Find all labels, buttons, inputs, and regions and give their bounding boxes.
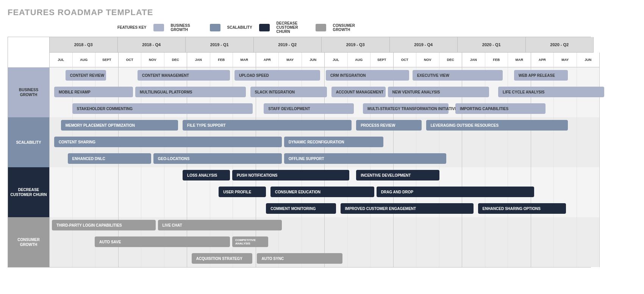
- legend-item-label: CONSUMER GROWTH: [333, 23, 365, 32]
- feature-bar[interactable]: STAKEHOLDER COMMENTING: [72, 103, 253, 114]
- legend-swatch: [153, 24, 164, 31]
- month-cell: JUN: [302, 53, 325, 67]
- month-header-row: JULAUGSEPTOCTNOVDECJANFEBMARAPRMAYJUNJUL…: [50, 53, 591, 67]
- legend-swatch: [316, 24, 326, 31]
- legend-item-label: DECREASE CUSTOMER CHURN: [277, 21, 309, 34]
- month-cell: JAN: [187, 53, 210, 67]
- category-label: SCALABILITY: [8, 117, 49, 167]
- feature-bar[interactable]: UPLOAD SPEED: [234, 70, 320, 81]
- month-cell: FEB: [210, 53, 233, 67]
- feature-bar[interactable]: INCENTIVE DEVELOPMENT: [356, 170, 439, 180]
- month-cell: MAY: [279, 53, 302, 67]
- feature-bar[interactable]: ENHANCED SHARING OPTIONS: [478, 203, 566, 214]
- category-label: DECREASE CUSTOMER CHURN: [8, 167, 49, 217]
- lane-row: MEMORY PLACEMENT OPTIMIZATIONFILE TYPE S…: [50, 117, 591, 134]
- quarter-cell: 2018 - Q3: [50, 37, 118, 53]
- month-cell: JAN: [462, 53, 485, 67]
- feature-bar[interactable]: ACCOUNT MANAGEMENT: [331, 87, 386, 97]
- month-cell: MAR: [508, 53, 531, 67]
- feature-bar[interactable]: LIVE CHAT: [158, 220, 282, 230]
- quarter-cell: 2019 - Q4: [390, 37, 458, 53]
- lane-row: CONTENT SHARINGDYNAMIC RECONFIGURATION: [50, 134, 591, 151]
- lane-row: USER PROFILECONSUMER EDUCATIONDRAG AND D…: [50, 184, 591, 201]
- feature-bar[interactable]: CONTENT SHARING: [54, 137, 282, 147]
- month-cell: NOV: [416, 53, 439, 67]
- legend-swatch: [210, 24, 220, 31]
- quarter-header-row: 2018 - Q32018 - Q42019 - Q12019 - Q22019…: [50, 37, 591, 53]
- month-cell: OCT: [394, 53, 417, 67]
- month-cell: SEPT: [370, 53, 394, 67]
- feature-bar[interactable]: THIRD-PARTY LOGIN CAPABILITIES: [52, 220, 156, 230]
- page-title: FEATURES ROADMAP TEMPLATE: [8, 8, 591, 17]
- feature-bar[interactable]: WEB APP RELEASE: [514, 70, 568, 81]
- quarter-cell: 2019 - Q1: [186, 37, 254, 53]
- month-cell: JUL: [325, 53, 348, 67]
- lane-row: COMMENT MONITORINGIMPROVED CUSTOMER ENGA…: [50, 201, 591, 217]
- feature-bar[interactable]: DYNAMIC RECONFIGURATION: [284, 137, 383, 147]
- feature-bar[interactable]: AUTO SYNC: [257, 253, 342, 264]
- feature-bar[interactable]: FILE TYPE SUPPORT: [183, 120, 352, 131]
- month-cell: SEPT: [95, 53, 119, 67]
- month-cell: MAR: [233, 53, 256, 67]
- legend-key-label: FEATURES KEY: [117, 25, 147, 30]
- feature-bar[interactable]: STAFF DEVELOPMENT: [264, 103, 354, 114]
- feature-bar[interactable]: USER PROFILE: [219, 187, 266, 197]
- month-cell: MAY: [554, 53, 577, 67]
- feature-bar[interactable]: ENHANCED DNLC: [68, 153, 151, 164]
- legend-item-label: SCALABILITY: [227, 25, 252, 30]
- feature-bar[interactable]: NEW VENTURE ANALYSIS: [388, 87, 489, 97]
- month-cell: FEB: [485, 53, 508, 67]
- feature-bar[interactable]: MULTILINGUAL PLATFORMS: [135, 87, 246, 97]
- lane-row: LOSS ANALYSISPUSH NOTIFICATIONSINCENTIVE…: [50, 167, 591, 184]
- feature-bar[interactable]: MEMORY PLACEMENT OPTIMIZATION: [61, 120, 178, 131]
- feature-bar[interactable]: IMPORTING CAPABILITIES: [455, 103, 546, 114]
- feature-bar[interactable]: MULTI-STRATEGY TRANSFORMATION INITIATIVE…: [363, 103, 449, 114]
- feature-bar[interactable]: PROCESS REVIEW: [356, 120, 422, 131]
- month-cell: JUN: [577, 53, 600, 67]
- feature-bar[interactable]: CONSUMER EDUCATION: [270, 187, 374, 197]
- lane-row: ENHANCED DNLCGEO-LOCATIONSOFFLINE SUPPOR…: [50, 151, 591, 167]
- quarter-cell: 2018 - Q4: [118, 37, 186, 53]
- feature-bar[interactable]: IMPROVED CUSTOMER ENGAGEMENT: [341, 203, 474, 214]
- swimlanes: CONTENT REVIEWCONTENT MANAGEMENTUPLOAD S…: [50, 67, 591, 267]
- feature-bar[interactable]: LEVERAGING OUTSIDE RESOURCES: [426, 120, 568, 131]
- lane-row: THIRD-PARTY LOGIN CAPABILITIESLIVE CHAT: [50, 217, 591, 234]
- feature-bar[interactable]: SLACK INTEGRATION: [250, 87, 327, 97]
- feature-bar[interactable]: COMMENT MONITORING: [266, 203, 336, 214]
- feature-bar[interactable]: AUTO SAVE: [95, 236, 230, 247]
- month-cell: NOV: [141, 53, 164, 67]
- month-cell: AUG: [73, 53, 96, 67]
- feature-bar[interactable]: EXECUTIVE VIEW: [413, 70, 503, 81]
- lane-row: STAKEHOLDER COMMENTINGSTAFF DEVELOPMENTM…: [50, 101, 591, 117]
- lane-row: AUTO SAVECOMPETITIVE ANALYSIS: [50, 234, 591, 250]
- feature-bar[interactable]: COMPETITIVE ANALYSIS: [232, 236, 268, 247]
- feature-bar[interactable]: PUSH NOTIFICATIONS: [232, 170, 349, 180]
- feature-bar[interactable]: CONTENT REVIEW: [66, 70, 106, 81]
- legend-swatch: [259, 24, 270, 31]
- month-cell: DEC: [439, 53, 463, 67]
- legend-item-label: BUSINESS GROWTH: [171, 23, 203, 32]
- month-cell: APR: [531, 53, 554, 67]
- quarter-cell: 2019 - Q3: [322, 37, 390, 53]
- feature-bar[interactable]: OFFLINE SUPPORT: [284, 153, 446, 164]
- feature-bar[interactable]: LIFE CYCLE ANALYSIS: [498, 87, 604, 97]
- category-label: BUSINESS GROWTH: [8, 67, 49, 117]
- month-cell: OCT: [119, 53, 142, 67]
- month-cell: AUG: [348, 53, 371, 67]
- month-cell: DEC: [164, 53, 188, 67]
- legend: FEATURES KEY BUSINESS GROWTHSCALABILITYD…: [117, 21, 591, 34]
- feature-bar[interactable]: LOSS ANALYSIS: [183, 170, 230, 180]
- feature-bar[interactable]: DRAG AND DROP: [377, 187, 535, 197]
- feature-bar[interactable]: ACQUISITION STRATEGY: [192, 253, 253, 264]
- feature-bar[interactable]: CRM INTEGRATION: [326, 70, 409, 81]
- feature-bar[interactable]: MOBILE REVAMP: [54, 87, 133, 97]
- lane-row: MOBILE REVAMPMULTILINGUAL PLATFORMSSLACK…: [50, 84, 591, 101]
- roadmap-chart: FEATURES ROADMAP TEMPLATE FEATURES KEY B…: [8, 8, 591, 268]
- lane-row: ACQUISITION STRATEGYAUTO SYNC: [50, 250, 591, 267]
- month-cell: APR: [256, 53, 279, 67]
- quarter-cell: 2020 - Q2: [526, 37, 594, 53]
- category-label: CONSUMER GROWTH: [8, 217, 49, 267]
- feature-bar[interactable]: CONTENT MANAGEMENT: [138, 70, 230, 81]
- feature-bar[interactable]: GEO-LOCATIONS: [153, 153, 282, 164]
- timeline-grid: 2018 - Q32018 - Q42019 - Q12019 - Q22019…: [8, 37, 591, 268]
